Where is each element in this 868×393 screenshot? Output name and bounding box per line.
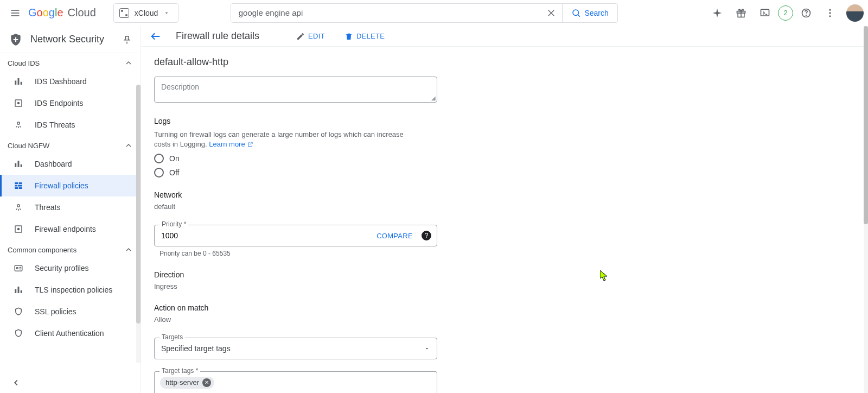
sidebar-item-label: Security profiles [35, 264, 89, 272]
logs-off-radio[interactable]: Off [154, 168, 573, 178]
project-name: xCloud [135, 9, 158, 17]
direction-label: Direction [154, 270, 573, 279]
sidebar-item-ids-threats[interactable]: IDS Threats [0, 114, 141, 136]
nav-menu-button[interactable] [4, 2, 26, 24]
sidebar-item-firewall-policies[interactable]: Firewall policies [0, 175, 141, 196]
chevron-up-icon [124, 59, 133, 67]
priority-field: Priority * COMPARE ? [154, 225, 437, 246]
svg-point-22 [17, 122, 20, 125]
pin-button[interactable] [122, 35, 132, 45]
endpoint-icon [13, 224, 24, 234]
logs-heading: Logs [154, 117, 573, 125]
search-clear-button[interactable] [540, 4, 562, 22]
svg-rect-39 [15, 289, 16, 294]
svg-rect-25 [21, 164, 22, 167]
product-title: Network Security [30, 34, 114, 45]
description-field[interactable]: Description ◢ [154, 77, 437, 103]
shield-icon [9, 33, 23, 47]
svg-rect-41 [21, 290, 22, 293]
sidebar-item-label: SSL policies [35, 307, 76, 316]
threat-icon [13, 119, 24, 130]
google-cloud-logo[interactable]: Google Cloud [28, 7, 96, 19]
scrollbar-thumb[interactable] [864, 26, 868, 224]
firewall-rule-form: default-allow-http Description ◢ Logs Tu… [141, 47, 586, 393]
network-label: Network [154, 191, 573, 199]
caret-down-icon [163, 10, 170, 16]
chip-remove-button[interactable]: ✕ [202, 378, 211, 387]
gemini-button[interactable] [706, 2, 728, 24]
svg-rect-40 [18, 287, 20, 293]
svg-rect-18 [18, 78, 20, 85]
sidebar-item-label: IDS Endpoints [35, 99, 84, 107]
edit-button[interactable]: EDIT [292, 29, 329, 44]
sidebar-header: Network Security [0, 26, 141, 53]
shield-small-icon [13, 328, 24, 339]
sidebar-item-security-profiles[interactable]: Security profiles [0, 257, 141, 279]
arrow-left-icon [150, 30, 162, 42]
targets-select[interactable]: Specified target tags [154, 338, 437, 359]
sidebar-item-threats[interactable]: Threats [0, 196, 141, 218]
sidebar-item-label: Client Authentication [35, 329, 104, 338]
svg-point-36 [16, 268, 18, 269]
svg-line-6 [578, 15, 580, 16]
resize-handle-icon[interactable]: ◢ [431, 95, 436, 101]
logo-google-text: Google [28, 7, 63, 19]
tls-icon [13, 284, 24, 295]
kebab-icon [825, 8, 835, 18]
project-picker[interactable]: xCloud [113, 3, 178, 23]
search-label: Search [584, 9, 608, 17]
help-icon [801, 8, 812, 18]
sidebar-scrollbar[interactable] [136, 85, 141, 363]
more-button[interactable] [819, 2, 841, 24]
sidebar-item-tls-policies[interactable]: TLS inspection policies [0, 279, 141, 301]
learn-more-link[interactable]: Learn more [209, 140, 253, 148]
sidebar-item-label: TLS inspection policies [35, 286, 112, 294]
logs-on-radio[interactable]: On [154, 154, 573, 163]
radio-icon [154, 168, 164, 178]
search-button[interactable]: Search [562, 4, 617, 22]
sidebar-item-ids-endpoints[interactable]: IDS Endpoints [0, 92, 141, 114]
section-cloud-ngfw[interactable]: Cloud NGFW [0, 136, 141, 153]
pin-icon [122, 35, 132, 45]
target-tags-input[interactable]: http-server ✕ [154, 371, 437, 393]
content-scrollbar[interactable] [864, 26, 868, 393]
target-tags-field: Target tags * http-server ✕ [154, 371, 437, 393]
svg-rect-26 [15, 182, 18, 184]
svg-point-13 [806, 15, 807, 15]
priority-help-button[interactable]: ? [422, 231, 431, 240]
sidebar-item-dashboard[interactable]: Dashboard [0, 153, 141, 175]
gift-button[interactable] [730, 2, 752, 24]
action-value: Allow [154, 315, 573, 324]
sidebar-item-ssl-policies[interactable]: SSL policies [0, 301, 141, 322]
collapse-sidebar-button[interactable] [12, 378, 22, 388]
compare-button[interactable]: COMPARE [373, 231, 416, 240]
section-common-components[interactable]: Common components [0, 240, 141, 257]
delete-button[interactable]: DELETE [340, 29, 389, 44]
pencil-icon [296, 32, 305, 41]
sparkle-icon [712, 8, 723, 18]
endpoint-icon [13, 98, 24, 109]
chevron-up-icon [124, 141, 133, 150]
sidebar-item-ids-dashboard[interactable]: IDS Dashboard [0, 71, 141, 92]
sidebar-item-client-auth[interactable]: Client Authentication [0, 322, 141, 344]
cloud-shell-button[interactable] [754, 2, 776, 24]
target-tags-label: Target tags * [159, 367, 200, 375]
scrollbar-thumb[interactable] [136, 85, 141, 324]
account-avatar[interactable] [846, 4, 864, 22]
svg-rect-28 [15, 185, 17, 187]
sidebar-item-firewall-endpoints[interactable]: Firewall endpoints [0, 218, 141, 240]
trash-icon [344, 32, 353, 41]
sidebar-item-label: IDS Dashboard [35, 77, 87, 86]
help-button[interactable] [795, 2, 817, 24]
content-header: Firewall rule details EDIT DELETE [141, 26, 868, 47]
priority-input[interactable] [160, 231, 373, 240]
search-input[interactable] [231, 4, 541, 22]
svg-rect-23 [15, 163, 16, 168]
svg-point-5 [573, 10, 579, 16]
section-cloud-ids[interactable]: Cloud IDS [0, 53, 141, 71]
back-button[interactable] [150, 30, 162, 42]
free-trial-badge[interactable]: 2 [778, 5, 793, 21]
svg-point-14 [829, 9, 831, 10]
top-utilities: 2 [706, 2, 864, 24]
search-bar: Search [231, 3, 618, 23]
